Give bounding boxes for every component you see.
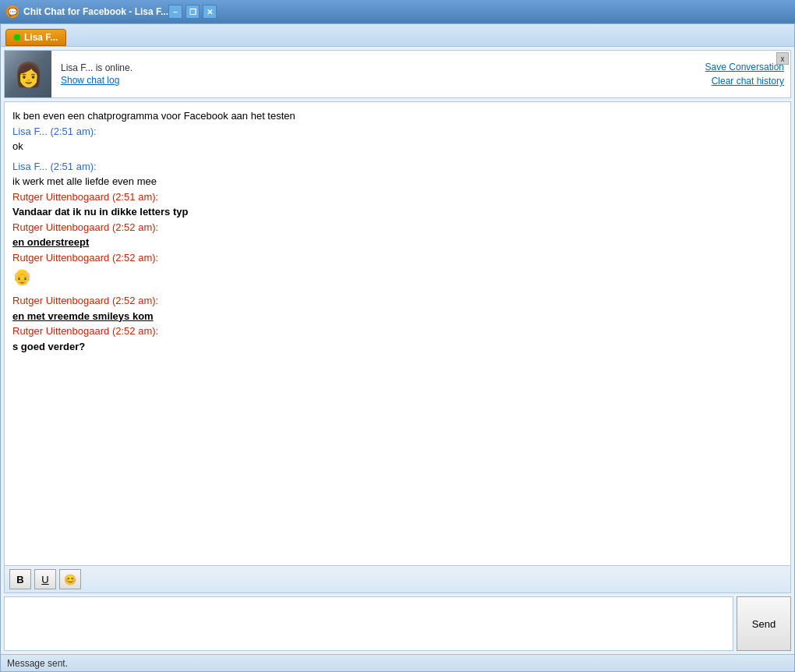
user-status: Lisa F... is online.	[61, 62, 690, 73]
clear-chat-history-link[interactable]: Clear chat history	[712, 76, 784, 87]
toolbar: B U 😊	[4, 566, 791, 593]
minimize-button[interactable]: –	[168, 5, 182, 19]
msg-text: s goed verder?	[12, 339, 783, 355]
smiley-button[interactable]: 😊	[59, 569, 81, 589]
msg-sender: Lisa F... (2:51 am):	[12, 126, 97, 137]
info-bar: Lisa F... is online. Show chat log Save …	[4, 50, 791, 98]
bold-button[interactable]: B	[9, 569, 31, 589]
show-chat-log-link[interactable]: Show chat log	[61, 75, 690, 86]
main-window: Lisa F... Lisa F... is online. Show chat…	[0, 23, 795, 672]
window-controls: – ❐ ✕	[168, 5, 217, 19]
user-info: Lisa F... is online. Show chat log	[51, 51, 699, 97]
underline-button[interactable]: U	[34, 569, 56, 589]
msg-text: en onderstreept	[12, 235, 783, 250]
msg-sender: Rutger Uittenbogaard (2:52 am):	[12, 325, 158, 337]
user-avatar	[5, 51, 51, 97]
info-close-button[interactable]: x	[776, 52, 789, 65]
avatar-image	[5, 51, 51, 97]
chat-container: Ik ben even een chatprogramma voor Faceb…	[4, 101, 791, 566]
msg-text: Ik ben even een chatprogramma voor Faceb…	[12, 108, 783, 124]
tab-bar: Lisa F...	[1, 24, 794, 47]
restore-button[interactable]: ❐	[186, 5, 200, 19]
app-icon: 💬	[6, 5, 19, 18]
close-button[interactable]: ✕	[203, 5, 217, 19]
msg-text: ok	[12, 139, 783, 154]
message-input[interactable]	[4, 596, 733, 651]
status-text: Message sent.	[7, 658, 68, 669]
msg-sender: Rutger Uittenbogaard (2:52 am):	[12, 295, 158, 306]
chat-messages[interactable]: Ik ben even een chatprogramma voor Faceb…	[5, 102, 790, 565]
spacer	[12, 154, 783, 159]
tab-lisa[interactable]: Lisa F...	[5, 29, 66, 46]
send-button[interactable]: Send	[737, 596, 791, 651]
save-conversation-link[interactable]: Save Conversation	[705, 62, 784, 73]
titlebar: 💬 Chit Chat for Facebook - Lisa F... – ❐…	[0, 0, 795, 23]
msg-sender: Rutger Uittenbogaard (2:51 am):	[12, 191, 158, 203]
status-bar: Message sent.	[1, 654, 794, 671]
tab-label: Lisa F...	[24, 32, 58, 43]
spacer	[12, 288, 783, 293]
msg-sender: Rutger Uittenbogaard (2:52 am):	[12, 252, 158, 263]
online-indicator	[14, 34, 20, 41]
msg-sender: Lisa F... (2:51 am):	[12, 161, 97, 172]
window-title: Chit Chat for Facebook - Lisa F...	[23, 6, 168, 17]
msg-sender: Rutger Uittenbogaard (2:52 am):	[12, 221, 158, 233]
msg-emoji: 👴	[12, 265, 783, 288]
input-area: Send	[4, 596, 791, 651]
msg-text: ik werk met alle liefde even mee	[12, 174, 783, 189]
msg-text: en met vreemde smileys kom	[12, 309, 783, 324]
msg-text: Vandaar dat ik nu in dikke letters typ	[12, 204, 783, 220]
